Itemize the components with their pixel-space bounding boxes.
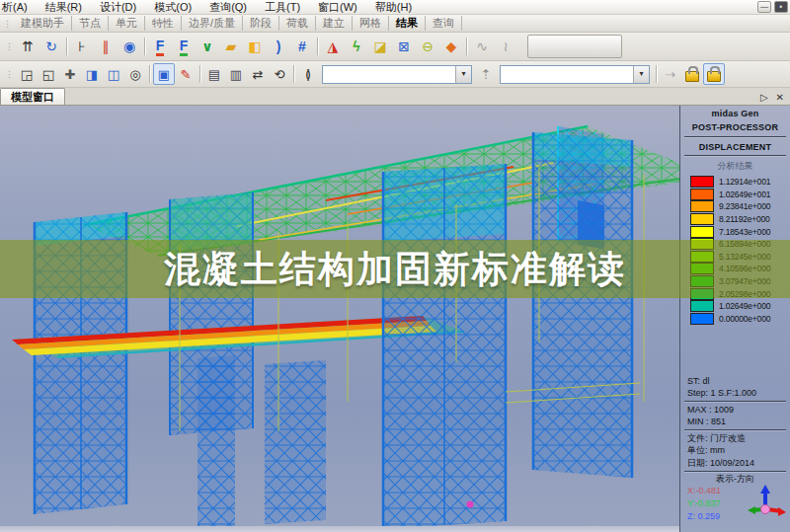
revert-active-icon[interactable] [269,63,290,85]
lock-icon[interactable] [681,63,703,85]
selection-toolbar: ⋮ ▾ ▾ [0,61,790,88]
menu-item-query[interactable]: 查询(Q) [200,0,256,15]
tab-stage[interactable]: 阶段 [242,16,278,31]
tab-model-window[interactable]: 模型窗口 [0,88,65,105]
tab-query[interactable]: 查询 [425,16,462,31]
select-intersect-icon[interactable] [59,63,81,85]
divider [684,471,786,472]
tab-property[interactable]: 特性 [144,16,181,31]
moment-diagram-icon[interactable] [196,35,219,58]
tab-scroll-icon[interactable]: ▷ [760,92,768,103]
toolbar-separator [466,38,467,55]
select-icon[interactable] [16,63,38,85]
solid-cube-icon[interactable] [439,35,463,58]
minimize-icon[interactable]: — [757,1,771,13]
unselect-icon[interactable] [175,63,197,85]
legend-row: 1.12914e+001 [690,176,790,189]
menu-item-mode[interactable]: 模式(O) [145,0,200,15]
element-axis-icon[interactable] [392,35,416,58]
layered-result-icon[interactable] [416,35,439,58]
min-value: MIN : 851 [680,416,790,427]
legend-color-swatch [690,189,714,200]
named-view-icon[interactable] [297,63,319,85]
model-viewport[interactable]: midas Gen POST-PROCESSOR DISPLACEMENT 分析… [0,106,790,532]
menu-item-window[interactable]: 窗口(W) [309,0,366,15]
tab-load[interactable]: 荷载 [278,16,315,31]
structural-model-3d[interactable] [0,106,679,532]
toolbar-grip: ⋮ [2,69,16,79]
select-volume-icon[interactable] [103,63,124,85]
legend-color-swatch [690,313,714,325]
load-case-label: ST: dl [680,375,790,387]
maximize-icon[interactable]: ▪ [774,1,788,13]
menu-item-tools[interactable]: 工具(T) [256,0,309,15]
solid-stress-1-icon[interactable] [321,35,345,58]
legend-color-swatch [690,176,714,188]
legend-color-swatch [690,300,714,312]
toolbar-separator [293,65,294,83]
select-window-icon[interactable] [38,63,59,85]
result-subtitle: 分析结果 [680,161,790,172]
tab-mesh[interactable]: 网格 [352,16,388,31]
tab-boundary-mass[interactable]: 边界/质量 [181,16,242,31]
displacement-contour-icon[interactable] [40,35,63,58]
beam-force-icon[interactable] [172,35,196,58]
tab-modeling-assistant[interactable]: 建模助手 [14,16,71,31]
zoom-window-icon[interactable] [153,63,175,85]
legend-color-swatch [690,213,714,225]
menu-item-design[interactable]: 设计(D) [91,0,145,15]
mesh-icon[interactable] [290,35,314,58]
post-processor-panel: midas Gen POST-PROCESSOR DISPLACEMENT 分析… [679,106,790,532]
animation-icon[interactable] [118,35,141,58]
origin-marker [467,501,474,508]
close-icon[interactable]: ✕ [776,92,784,103]
support-icon[interactable] [70,35,94,58]
select-plane-icon[interactable] [81,63,103,85]
reaction-force-icon[interactable] [94,35,118,58]
mode-label: POST-PROCESSOR [680,122,790,133]
menu-item-analysis[interactable]: 析(A) [0,0,37,15]
ribbon-tab-bar: ⋮ 建模助手 节点 单元 特性 边界/质量 阶段 荷载 建立 网格 结果 查询 [0,15,790,33]
legend-value: 1.02649e+000 [719,301,770,311]
chevron-down-icon[interactable]: ▾ [455,66,471,83]
chevron-down-icon[interactable]: ▾ [633,66,649,83]
toolbar-separator [199,65,200,83]
toolbar-separator [144,38,145,55]
result-type-label: DISPLACEMENT [680,142,790,153]
group-select-combo[interactable]: ▾ [322,65,472,84]
stress-contour-icon[interactable] [243,35,267,58]
solid-stress-3-icon[interactable] [368,35,392,58]
tab-build[interactable]: 建立 [315,16,352,31]
beam-stress-icon[interactable] [219,35,243,58]
activate-icon[interactable] [203,63,225,85]
legend-value: 1.12914e+001 [719,177,770,187]
axis-triad-icon [744,485,787,528]
solid-stress-2-icon[interactable] [345,35,368,58]
divider [684,155,786,156]
walk-through-icon[interactable] [475,63,497,85]
tab-element[interactable]: 单元 [108,16,144,31]
deformed-shape-icon[interactable] [16,35,40,58]
wave-disabled-icon [470,35,494,58]
menu-item-results[interactable]: 结果(R) [37,0,91,15]
legend-row: 1.02649e+000 [690,300,790,313]
deactivate-icon[interactable] [225,63,247,85]
platform-legs [198,355,326,531]
legend-row: 7.18543e+000 [690,225,790,238]
right-tower [533,132,632,478]
tab-results[interactable]: 结果 [388,16,425,31]
legend-value: 8.21192e+000 [719,214,770,224]
headline-overlay-band: 混凝土结构加固新标准解读 [0,240,790,298]
select-group-icon[interactable] [124,63,146,85]
named-plane-combo[interactable]: ▾ [500,65,650,84]
section-cut-icon[interactable] [267,35,290,58]
toolbar-separator [656,65,657,83]
beam-load-icon[interactable] [148,35,172,58]
activate-all-icon[interactable] [247,63,269,85]
legend-row: 0.00000e+000 [690,313,790,326]
menu-item-help[interactable]: 帮助(H) [366,0,421,15]
tab-node[interactable]: 节点 [71,16,108,31]
lock-active-icon[interactable] [703,63,725,85]
toolbar-grip: ⋮ [2,41,16,51]
center-tower [383,164,506,529]
